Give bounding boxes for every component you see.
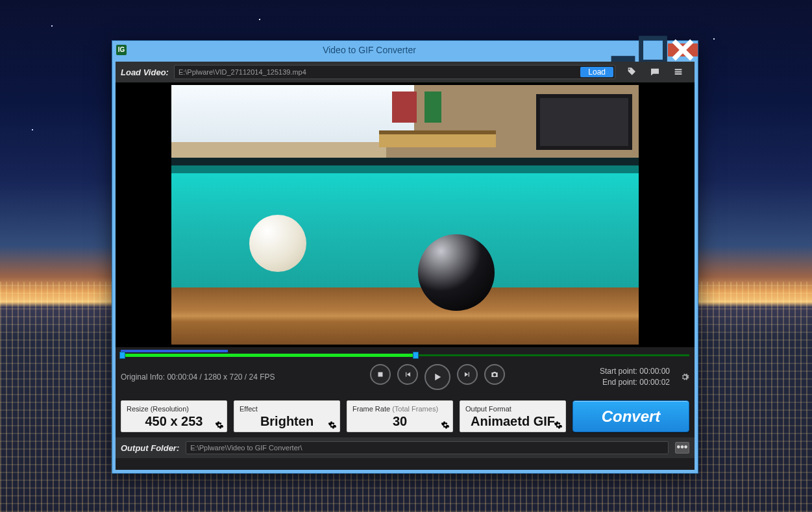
video-preview[interactable] — [116, 82, 695, 347]
framerate-value: 30 — [352, 413, 447, 429]
transport-controls — [282, 364, 593, 390]
settings-cards: Resize (Resolution) 450 x 253 Effect Bri… — [116, 395, 695, 437]
titlebar[interactable]: IG Video to GIF Converter — [112, 41, 698, 59]
controls-row: Original Info: 00:00:04 / 1280 x 720 / 2… — [116, 361, 695, 395]
effect-value: Brighten — [240, 413, 334, 429]
svg-rect-1 — [641, 38, 665, 62]
load-button[interactable]: Load — [580, 67, 613, 77]
video-path-input[interactable] — [175, 66, 580, 78]
browse-button[interactable]: ••• — [675, 442, 689, 454]
play-button[interactable] — [424, 364, 450, 390]
resize-value: 450 x 253 — [127, 413, 221, 429]
timeline[interactable] — [116, 347, 695, 361]
stop-button[interactable] — [370, 364, 391, 385]
effect-card[interactable]: Effect Brighten — [234, 400, 340, 432]
load-bar: Load Video: Load — [116, 62, 695, 82]
format-title: Output Format — [465, 405, 560, 413]
gear-icon[interactable] — [441, 419, 450, 430]
close-button[interactable] — [668, 43, 698, 56]
format-card[interactable]: Output Format Animaetd GIF — [460, 400, 566, 432]
video-path-box: Load — [174, 65, 615, 79]
output-bar: Output Folder: ••• — [116, 437, 695, 458]
framerate-title: Frame Rate (Total Frames) — [352, 405, 447, 413]
range-start-handle[interactable] — [119, 352, 125, 359]
resize-title: Resize (Resolution) — [127, 405, 221, 413]
gear-icon[interactable] — [215, 419, 224, 430]
video-frame — [171, 85, 639, 345]
framerate-card[interactable]: Frame Rate (Total Frames) 30 — [347, 400, 453, 432]
gear-icon[interactable] — [554, 419, 563, 430]
effect-title: Effect — [240, 405, 334, 413]
load-video-label: Load Video: — [121, 67, 169, 77]
app-window: IG Video to GIF Converter Load Video: Lo… — [112, 40, 698, 474]
range-readout: Start point: 00:00:00 End point: 00:00:0… — [600, 366, 670, 388]
convert-button[interactable]: Convert — [572, 400, 689, 432]
list-icon[interactable] — [672, 66, 684, 78]
gear-icon[interactable] — [328, 419, 337, 430]
timeline-playhead — [121, 350, 228, 352]
message-icon[interactable] — [649, 66, 661, 78]
format-value: Animaetd GIF — [465, 413, 560, 429]
app-icon: IG — [116, 45, 127, 55]
range-end-handle[interactable] — [413, 352, 419, 359]
prev-frame-button[interactable] — [397, 364, 418, 385]
output-folder-label: Output Folder: — [121, 443, 179, 453]
maximize-button[interactable] — [638, 43, 668, 56]
tag-icon[interactable] — [626, 66, 637, 78]
minimize-button[interactable] — [608, 43, 638, 56]
client-area: Load Video: Load — [116, 62, 695, 470]
snapshot-button[interactable] — [484, 364, 505, 385]
next-frame-button[interactable] — [457, 364, 478, 385]
resize-card[interactable]: Resize (Resolution) 450 x 253 — [121, 400, 227, 432]
timeline-range — [121, 354, 416, 357]
output-folder-input[interactable] — [186, 441, 669, 454]
range-settings-icon[interactable] — [680, 372, 689, 382]
window-title: Video to GIF Converter — [130, 45, 608, 55]
original-info: Original Info: 00:00:04 / 1280 x 720 / 2… — [121, 372, 275, 382]
svg-rect-2 — [378, 372, 382, 377]
